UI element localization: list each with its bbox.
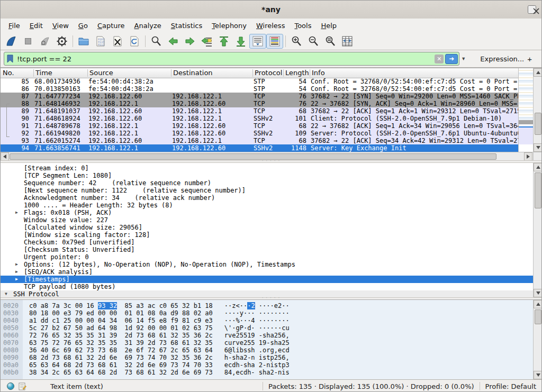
hex-row[interactable]: 006072 76 65 32 35 35 31 39 2d 73 68 61 … (1, 332, 533, 339)
go-first-packet-button[interactable] (215, 34, 232, 49)
hex-ascii[interactable]: ····y··· ········ (224, 309, 290, 317)
hex-bytes[interactable]: a1 dd c1 25 00 00 04 34 06 14 f5 e8 f9 8… (29, 317, 213, 324)
menu-item-go[interactable]: Go (74, 20, 93, 31)
column-divider[interactable] (310, 69, 310, 77)
auto-scroll-toggle-button[interactable] (249, 34, 266, 49)
close-window-button[interactable] (528, 5, 536, 14)
column-header-time[interactable]: Time (35, 69, 86, 77)
menu-item-analyze[interactable]: Analyze (130, 20, 166, 31)
scroll-down-button[interactable] (534, 289, 541, 297)
scroll-left-button[interactable] (1, 152, 9, 161)
packet-row[interactable]: 9171.648789678192.168.122.1192.168.122.6… (1, 122, 518, 130)
packet-row[interactable]: 9471.663856741192.168.122.1192.168.122.6… (1, 144, 518, 152)
resize-columns-button[interactable] (339, 34, 356, 49)
menu-item-capture[interactable]: Capture (93, 20, 130, 31)
menu-item-tools[interactable]: Tools (290, 20, 316, 31)
hex-bytes[interactable]: 63 75 72 76 65 32 35 35 31 39 2d 73 68 6… (29, 339, 213, 347)
hex-row[interactable]: 009068 2d 73 68 61 32 2d 6e 69 73 74 70 … (1, 354, 533, 361)
hex-row[interactable]: 0020c0 a8 7a 3c 00 16 93 32 85 a3 ac c0 … (1, 302, 533, 309)
details-vscrollbar[interactable] (533, 163, 541, 297)
scroll-thumb[interactable] (535, 172, 541, 208)
go-forward-button[interactable] (182, 34, 198, 49)
column-divider[interactable] (171, 69, 171, 77)
scroll-up-button[interactable] (534, 68, 542, 77)
hex-row[interactable]: 007063 75 72 76 65 32 35 35 31 39 2d 73 … (1, 339, 533, 347)
open-file-button[interactable] (75, 34, 92, 49)
filter-history-dropdown[interactable]: ▼ (459, 52, 467, 65)
packet-row[interactable]: 8568.001734936fe:54:00:d4:38:2aSTP54Conf… (1, 78, 518, 85)
packet-row[interactable]: 8871.648146932192.168.122.1192.168.122.6… (1, 100, 518, 107)
collapsed-arrow-icon[interactable]: ▶ (15, 209, 18, 216)
hex-bytes[interactable]: 36 40 6c 69 62 73 73 68 2e 6f 72 67 2c 6… (29, 347, 213, 354)
reload-file-button[interactable] (126, 34, 143, 49)
hex-ascii[interactable]: \'·gP·d· ······cu (224, 324, 290, 332)
detail-tree-item[interactable]: [TCP Segment Len: 1080] (1, 172, 533, 179)
hex-bytes[interactable]: 5c 27 b2 67 50 ad 64 98 1d 92 00 00 01 0… (29, 324, 213, 332)
hex-bytes[interactable]: 72 76 65 32 35 35 31 39 2d 73 68 61 32 3… (29, 332, 213, 339)
stop-capture-button[interactable] (20, 34, 37, 49)
menu-item-help[interactable]: Help (316, 20, 341, 31)
detail-tree-item[interactable]: [Stream index: 0] (1, 165, 533, 172)
detail-tree-item[interactable]: Urgent pointer: 0 (1, 253, 533, 261)
hex-row[interactable]: 0040a1 dd c1 25 00 00 04 34 06 14 f5 e8 … (1, 317, 533, 324)
go-back-button[interactable] (165, 34, 182, 49)
menu-item-file[interactable]: File (4, 20, 25, 31)
hex-ascii[interactable]: curve255 19-sha25 (224, 339, 290, 347)
column-divider[interactable] (33, 69, 34, 77)
column-header-protocol[interactable]: Protocol (255, 69, 282, 77)
filter-apply-button[interactable]: ➜ (445, 54, 458, 64)
collapsed-arrow-icon[interactable]: ▶ (15, 268, 18, 276)
menu-item-statistics[interactable]: Statistics (166, 20, 207, 31)
capture-options-button[interactable] (53, 34, 70, 49)
menu-item-wireless[interactable]: Wireless (251, 20, 290, 31)
hex-ascii[interactable]: h-sha2-n istp256, (224, 354, 290, 361)
column-header-destination[interactable]: Destination (173, 69, 250, 77)
detail-tree-item[interactable]: ▶[SEQ/ACK analysis] (1, 268, 533, 276)
filter-clear-button[interactable]: ✕ (435, 54, 444, 63)
scroll-down-button[interactable] (534, 143, 542, 152)
collapsed-arrow-icon[interactable]: ▶ (15, 261, 18, 268)
packet-row[interactable]: 8771.647777234192.168.122.60192.168.122.… (1, 93, 518, 100)
packet-row[interactable]: 9271.661949820192.168.122.1192.168.122.6… (1, 130, 518, 137)
detail-tree-item[interactable]: [Next sequence number: 1122 (relative se… (1, 187, 533, 194)
detail-tree-item[interactable]: [Calculated window size: 29056] (1, 224, 533, 231)
hex-ascii[interactable]: ecdh-sha 2-nistp3 (224, 361, 290, 369)
detail-tree-item[interactable]: TCP payload (1080 bytes) (1, 283, 533, 290)
hex-ascii[interactable]: ···%···4 ········ (224, 317, 290, 324)
intelligent-scrollbar-minimap[interactable] (518, 68, 534, 152)
hex-ascii[interactable]: ··z<···2 ····e2·· (224, 302, 290, 309)
zoom-reset-button[interactable] (322, 34, 339, 49)
hex-row[interactable]: 00b038 34 2c 65 63 64 68 2d 73 68 61 32 … (1, 369, 533, 376)
detail-tree-item[interactable]: Window size value: 227 (1, 216, 533, 224)
scroll-thumb[interactable] (535, 113, 541, 135)
scroll-right-button[interactable] (524, 152, 532, 161)
menu-item-telephony[interactable]: Telephony (207, 20, 251, 31)
column-divider[interactable] (283, 69, 284, 77)
collapsed-arrow-icon[interactable]: ▶ (15, 276, 18, 283)
zoom-in-button[interactable] (288, 34, 305, 49)
menu-item-edit[interactable]: Edit (25, 20, 48, 31)
expert-info-button[interactable] (5, 381, 16, 391)
hex-ascii[interactable]: 84,ecdh- sha2-nis (224, 369, 290, 376)
go-to-packet-button[interactable] (198, 34, 215, 49)
hex-row[interactable]: 008036 40 6c 69 62 73 73 68 2e 6f 72 67 … (1, 347, 533, 354)
filter-bookmark-button[interactable] (4, 53, 16, 65)
zoom-out-button[interactable] (305, 34, 322, 49)
hex-row[interactable]: 00505c 27 b2 67 50 ad 64 98 1d 92 00 00 … (1, 324, 533, 332)
packet-row[interactable]: 8971.648191037192.168.122.60192.168.122.… (1, 107, 518, 115)
go-last-packet-button[interactable] (232, 34, 249, 49)
expanded-arrow-icon[interactable]: ▼ (5, 290, 7, 297)
hex-bytes[interactable]: c0 a8 7a 3c 00 16 93 32 85 a3 ac c0 65 3… (29, 302, 213, 309)
hex-bytes[interactable]: 38 34 2c 65 63 64 68 2d 73 68 61 32 2d 6… (29, 369, 213, 376)
column-header-no[interactable]: No. (3, 69, 32, 77)
hex-bytes[interactable]: 68 2d 73 68 61 32 2d 6e 69 73 74 70 32 3… (29, 354, 213, 361)
detail-tree-item[interactable]: 1000 .... = Header Length: 32 bytes (8) (1, 202, 533, 209)
hex-row[interactable]: 00a065 63 64 68 2d 73 68 61 32 2d 6e 69 … (1, 361, 533, 369)
scroll-up-button[interactable] (534, 163, 541, 171)
start-capture-button[interactable] (3, 34, 20, 49)
colorize-toggle-button[interactable] (266, 34, 283, 49)
detail-tree-item[interactable]: ▶Options: (12 bytes), No-Operation (NOP)… (1, 261, 533, 268)
bytes-vscrollbar[interactable] (533, 300, 541, 379)
detail-tree-item[interactable]: Acknowledgment number: 34 (relative ack … (1, 194, 533, 202)
detail-tree-item[interactable]: ▶[Timestamps] (1, 276, 533, 283)
